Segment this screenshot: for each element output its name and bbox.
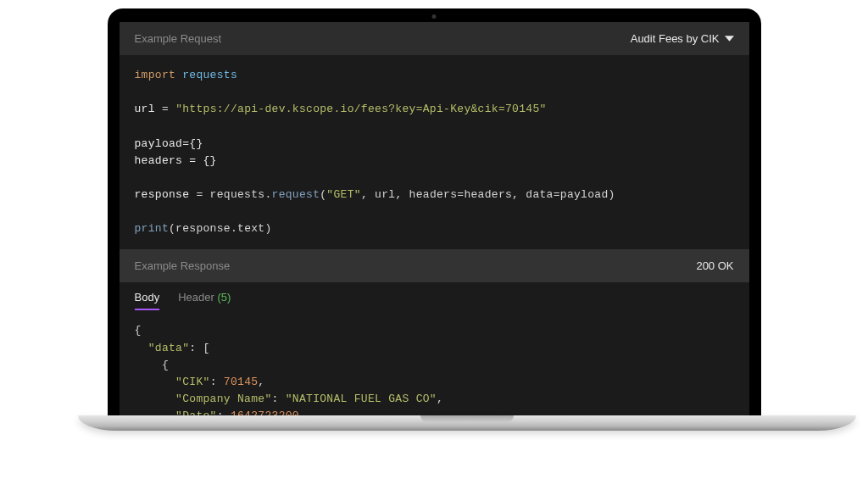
json-comma: , xyxy=(299,409,306,415)
code-function: print xyxy=(135,222,170,235)
code-punct: (response.text) xyxy=(169,222,272,235)
laptop-base xyxy=(78,415,856,431)
tab-header-label: Header xyxy=(178,291,214,304)
json-number: 70145 xyxy=(224,376,259,388)
code-var: url xyxy=(135,103,155,115)
request-header-label: Example Request xyxy=(135,32,222,45)
tab-body-label: Body xyxy=(135,291,160,304)
laptop-camera xyxy=(432,14,437,19)
laptop-bezel: Example Request Audit Fees by CIK import… xyxy=(108,8,761,415)
json-brace: { xyxy=(162,359,169,371)
json-key: "Date" xyxy=(175,409,217,415)
code-punct: , url, headers=headers, data=payload) xyxy=(361,188,615,201)
example-selector-dropdown[interactable]: Audit Fees by CIK xyxy=(631,32,734,45)
tab-body[interactable]: Body xyxy=(135,291,160,310)
status-code: 200 OK xyxy=(696,259,733,272)
json-colon: : xyxy=(272,393,286,405)
json-key: "data" xyxy=(148,342,190,354)
code-line: headers = {} xyxy=(135,154,217,167)
request-header-bar: Example Request Audit Fees by CIK xyxy=(120,22,749,55)
response-header-label: Example Response xyxy=(135,259,231,272)
tab-header-count: (5) xyxy=(217,291,231,304)
code-function: request xyxy=(272,188,320,201)
tab-header[interactable]: Header (5) xyxy=(178,291,231,310)
json-comma: , xyxy=(258,376,264,388)
code-punct: = xyxy=(155,103,175,115)
json-key: "Company Name" xyxy=(175,393,271,405)
json-comma: , xyxy=(437,393,443,405)
code-var: response xyxy=(135,188,190,201)
code-line: payload={} xyxy=(135,137,203,150)
json-number: 1642723200 xyxy=(231,409,299,415)
chevron-down-icon xyxy=(725,34,734,43)
json-punct: : [ xyxy=(189,342,209,354)
json-brace: { xyxy=(135,324,142,337)
code-string: "GET" xyxy=(326,188,361,201)
screen-content: Example Request Audit Fees by CIK import… xyxy=(120,22,749,415)
json-colon: : xyxy=(210,376,224,388)
code-module: requests xyxy=(182,69,237,81)
code-punct: = requests. xyxy=(189,188,271,201)
code-string: "https://api-dev.kscope.io/fees?key=Api-… xyxy=(175,103,546,115)
json-colon: : xyxy=(217,409,231,415)
code-keyword: import xyxy=(135,69,176,81)
response-header-bar: Example Response 200 OK xyxy=(120,249,749,282)
json-string: "NATIONAL FUEL GAS CO" xyxy=(286,393,437,405)
dropdown-label: Audit Fees by CIK xyxy=(631,32,720,45)
response-code-block: { "data": [ { "CIK": 70145, "Company Nam… xyxy=(120,310,749,415)
laptop-mockup: Example Request Audit Fees by CIK import… xyxy=(78,8,790,454)
response-tabs: Body Header (5) xyxy=(120,282,749,310)
request-code-block: import requests url = "https://api-dev.k… xyxy=(120,55,749,249)
json-key: "CIK" xyxy=(175,376,210,388)
